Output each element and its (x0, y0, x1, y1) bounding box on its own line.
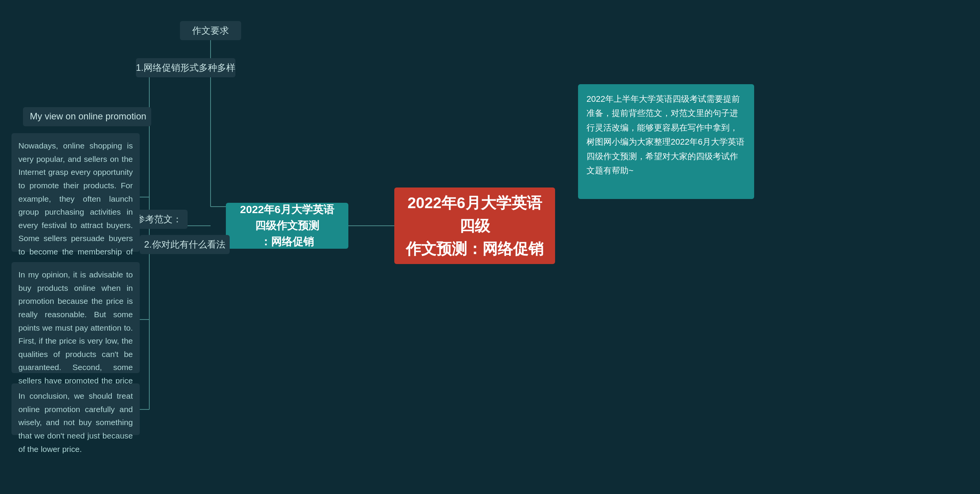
content-box-2: In my opinion, it is advisable to buy pr… (11, 262, 140, 373)
node-2: 2.你对此有什么看法 (140, 235, 230, 254)
node-1: 1.网络促销形式多种多样 (136, 58, 235, 77)
my-view-label: My view on online promotion (23, 107, 151, 126)
content-box-1: Nowadays, online shopping is very popula… (11, 133, 140, 252)
right-title-node: 2022年6月大学英语四级作文预测：网络促销 (394, 187, 555, 264)
content-box-3: In conclusion, we should treat online pr… (11, 383, 140, 435)
right-info-box: 2022年上半年大学英语四级考试需要提前准备，提前背些范文，对范文里的句子进行灵… (578, 84, 754, 199)
center-node: 2022年6月大学英语四级作文预测：网络促销 (226, 203, 348, 249)
node-zuowen: 作文要求 (180, 21, 241, 40)
